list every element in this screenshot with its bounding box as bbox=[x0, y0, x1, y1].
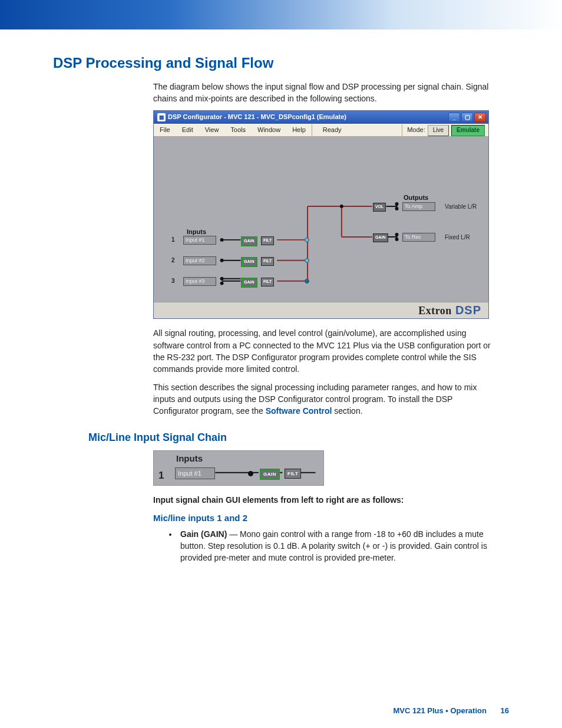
menu-window[interactable]: Window bbox=[252, 126, 286, 135]
output-amp-desc: Variable L/R bbox=[445, 203, 477, 212]
input-chain-inset: Inputs 1 Input #1 GAIN FILT bbox=[153, 450, 324, 486]
svg-point-20 bbox=[395, 202, 399, 206]
mode-emulate-button[interactable]: Emulate bbox=[451, 125, 485, 136]
inset-filt-block[interactable]: FILT bbox=[285, 469, 301, 479]
bullet-gain: Gain (GAIN) — Mono gain control with a r… bbox=[178, 528, 497, 564]
brand-extron: Extron bbox=[418, 303, 452, 318]
menubar: File Edit View Tools Window Help Ready M… bbox=[154, 124, 488, 137]
para-install: This section describes the signal proces… bbox=[153, 381, 497, 417]
menu-file[interactable]: File bbox=[154, 126, 176, 135]
window-footer: Extron DSP bbox=[154, 302, 488, 318]
input-2-gain-block[interactable]: GAIN bbox=[241, 257, 257, 266]
input-3-number: 3 bbox=[171, 277, 175, 286]
window-titlebar: ▦ DSP Configurator - MVC 121 - MVC_DSPco… bbox=[154, 111, 488, 124]
outputs-header-label: Outputs bbox=[404, 193, 428, 203]
dsp-configurator-window: ▦ DSP Configurator - MVC 121 - MVC_DSPco… bbox=[153, 110, 489, 319]
software-control-link[interactable]: Software Control bbox=[266, 406, 332, 416]
intro-paragraph: The diagram below shows the input signal… bbox=[153, 81, 497, 105]
output-amp-box[interactable]: To Amp bbox=[402, 202, 435, 211]
output-rec-box[interactable]: To Rec bbox=[402, 233, 435, 242]
output-rec-desc: Fixed L/R bbox=[445, 233, 470, 242]
bullet-gain-rest: — Mono gain control with a range from -1… bbox=[180, 529, 487, 563]
minimize-button[interactable]: _ bbox=[448, 113, 460, 122]
header-gradient bbox=[0, 0, 562, 29]
input-1-gain-block[interactable]: GAIN bbox=[241, 236, 257, 246]
svg-point-12 bbox=[220, 259, 224, 262]
footer-doc-title: MVC 121 Plus • Operation bbox=[393, 706, 486, 715]
maximize-button[interactable]: ▢ bbox=[461, 113, 473, 122]
inset-inputs-header: Inputs bbox=[176, 452, 203, 465]
svg-point-22 bbox=[395, 233, 399, 236]
inset-connector-dot bbox=[248, 471, 253, 476]
input-1-box[interactable]: Input #1 bbox=[183, 236, 216, 245]
signal-flow-canvas: Inputs Outputs 1 Input #1 GAIN FILT 2 In… bbox=[154, 137, 488, 302]
page-footer: MVC 121 Plus • Operation 16 bbox=[53, 706, 509, 717]
mode-live-button[interactable]: Live bbox=[428, 125, 449, 136]
brand-dsp: DSP bbox=[455, 302, 481, 319]
lead-elements: Input signal chain GUI elements from lef… bbox=[153, 494, 497, 506]
close-button[interactable]: ✕ bbox=[474, 113, 486, 122]
input-3-gain-block[interactable]: GAIN bbox=[241, 278, 257, 287]
inset-gain-block[interactable]: GAIN bbox=[260, 469, 280, 480]
menu-edit[interactable]: Edit bbox=[176, 126, 199, 135]
svg-point-23 bbox=[395, 238, 399, 241]
inset-input-number: 1 bbox=[158, 469, 164, 483]
svg-point-11 bbox=[220, 238, 224, 242]
input-3-filt-block[interactable]: FILT bbox=[261, 278, 274, 286]
menu-help[interactable]: Help bbox=[286, 126, 312, 135]
mode-label: Mode: bbox=[407, 126, 425, 135]
menu-tools[interactable]: Tools bbox=[224, 126, 252, 135]
svg-point-21 bbox=[395, 207, 399, 210]
gain-bullet-list: Gain (GAIN) — Mono gain control with a r… bbox=[178, 528, 497, 564]
input-2-box[interactable]: Input #2 bbox=[183, 256, 216, 265]
svg-point-15 bbox=[340, 205, 343, 208]
output-rec-gain-block[interactable]: GAIN bbox=[373, 233, 388, 242]
para-routing: All signal routing, processing, and leve… bbox=[153, 327, 497, 375]
app-icon: ▦ bbox=[157, 113, 166, 121]
footer-page-number: 16 bbox=[501, 706, 509, 715]
heading-dsp-processing: DSP Processing and Signal Flow bbox=[53, 53, 509, 74]
input-3-box[interactable]: Input #3 bbox=[183, 277, 216, 286]
output-amp-vol-block[interactable]: VOL bbox=[373, 203, 386, 211]
status-ready: Ready bbox=[312, 124, 352, 136]
window-title: DSP Configurator - MVC 121 - MVC_DSPconf… bbox=[168, 113, 346, 122]
bullet-gain-strong: Gain (GAIN) bbox=[180, 529, 227, 539]
input-2-number: 2 bbox=[171, 256, 175, 265]
para-install-b: section. bbox=[332, 406, 362, 416]
heading-mic-line-inputs: Mic/line inputs 1 and 2 bbox=[153, 512, 497, 525]
svg-point-13 bbox=[220, 277, 224, 281]
svg-point-14 bbox=[220, 282, 224, 285]
heading-mic-line-chain: Mic/Line Input Signal Chain bbox=[88, 430, 509, 445]
menu-view[interactable]: View bbox=[199, 126, 225, 135]
inset-input-box[interactable]: Input #1 bbox=[175, 467, 215, 479]
input-1-filt-block[interactable]: FILT bbox=[261, 236, 274, 245]
input-2-filt-block[interactable]: FILT bbox=[261, 257, 274, 265]
input-1-number: 1 bbox=[171, 236, 175, 245]
